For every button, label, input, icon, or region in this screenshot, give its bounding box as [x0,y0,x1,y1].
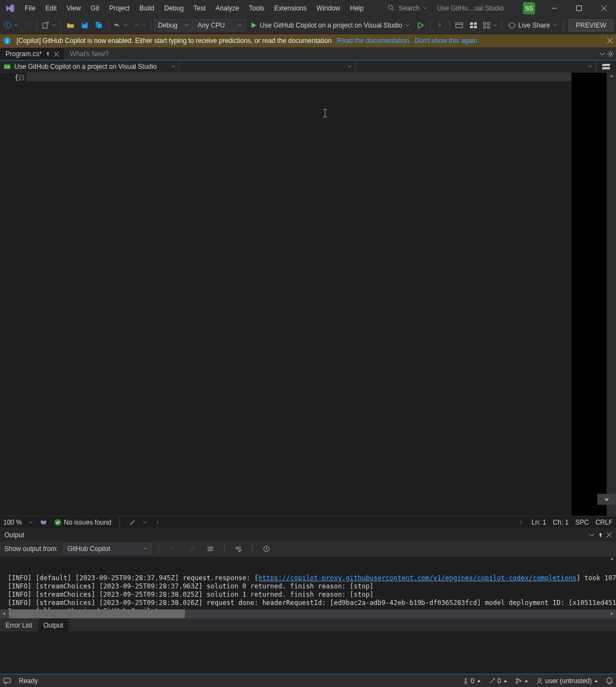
scroll-right-button[interactable] [516,518,525,527]
search-box[interactable]: Search [388,4,427,12]
output-link[interactable]: https://copilot-proxy.githubusercontent.… [258,574,576,582]
type-scope-combo[interactable] [179,61,356,72]
line-ending[interactable]: CRLF [596,519,613,526]
browse-button[interactable] [453,19,466,32]
pin-panel-icon[interactable] [598,532,603,538]
menu-debug[interactable]: Debug [159,0,188,17]
menu-tools[interactable]: Tools [244,0,269,17]
toolbox-button[interactable] [467,19,480,32]
member-scope-combo[interactable] [356,61,596,72]
svg-rect-30 [602,67,610,69]
close-tab-icon[interactable] [54,52,59,57]
project-scope-combo[interactable]: C# Use GitHub Copilot on a project on Vi… [0,61,179,72]
cleanup-dropdown-icon[interactable] [143,520,147,525]
read-docs-link[interactable]: Read the documentation [337,37,409,45]
git-changes-indicator[interactable]: 0 [489,677,508,685]
bottom-tab-output[interactable]: Output [38,619,69,631]
tab-whats-new[interactable]: What's New? [64,47,114,60]
hot-reload-button[interactable] [433,19,446,32]
close-panel-icon[interactable] [607,532,612,537]
config-combo[interactable]: Debug [154,19,193,31]
svg-rect-9 [83,22,86,24]
svg-text:i: i [7,38,8,44]
timestamp-button[interactable] [260,542,273,555]
nav-back-button[interactable] [2,19,20,32]
maximize-button[interactable] [566,0,591,17]
hscroll-left-button[interactable] [0,609,9,618]
pin-icon[interactable] [45,51,51,57]
bottom-tab-error-list[interactable]: Error List [0,619,38,631]
title-bar: FileEditViewGitProjectBuildDebugTestAnal… [0,0,616,17]
hscroll-thumb[interactable] [9,609,185,618]
tab-overflow-icon[interactable] [599,51,605,57]
notification-text: [Copilot] GitHub Copilot is now enabled.… [17,37,331,45]
no-issues-indicator[interactable]: No issues found [54,519,111,526]
status-bar: Ready 0 0 user (untrusted) [0,674,616,687]
menu-project[interactable]: Project [104,0,134,17]
minimize-button[interactable] [542,0,566,17]
tab-program-cs[interactable]: Program.cs* [0,47,64,60]
cursor-col: Ch: 1 [553,519,569,526]
nav-forward-button[interactable] [21,19,34,32]
zoom-dropdown-icon[interactable] [29,520,33,525]
info-icon: i [3,37,11,45]
svg-rect-17 [483,26,486,28]
code-editor[interactable] [26,73,571,516]
scroll-left-button[interactable] [154,518,162,527]
output-hscroll[interactable] [0,609,616,618]
close-notification-button[interactable] [607,38,613,43]
menu-extensions[interactable]: Extensions [269,0,312,17]
layout-button[interactable] [481,19,499,32]
start-without-debug-button[interactable] [414,19,427,32]
save-button[interactable] [78,19,91,32]
redo-button[interactable] [130,19,148,32]
copilot-status-icon[interactable] [40,519,47,526]
start-debug-button[interactable]: Use GitHub Copilot on a project on Visua… [247,19,413,32]
svg-rect-3 [576,6,581,11]
split-editor-button[interactable] [596,64,616,69]
open-file-button[interactable] [64,19,77,32]
user-account-status[interactable]: user (untrusted) [536,677,598,685]
menu-help[interactable]: Help [345,0,369,17]
goto-prev-button[interactable] [166,542,179,555]
menu-build[interactable]: Build [135,0,160,17]
output-source-combo[interactable]: GitHub Copilot [63,543,151,554]
brush-icon[interactable] [128,519,136,526]
menu-window[interactable]: Window [312,0,345,17]
platform-combo[interactable]: Any CPU [194,19,246,31]
scroll-up-icon[interactable] [609,557,615,562]
new-item-button[interactable] [40,19,58,32]
zoom-level[interactable]: 100 % [3,519,22,526]
menu-file[interactable]: File [20,0,40,17]
feedback-icon[interactable] [3,677,11,685]
notifications-button[interactable] [606,677,613,685]
output-title: Output [4,531,24,539]
git-push-indicator[interactable]: 0 [463,677,481,685]
live-share-button[interactable]: Live Share [505,19,560,32]
undo-button[interactable] [112,19,129,32]
hscroll-right-button[interactable] [607,609,616,618]
user-badge[interactable]: SS [523,2,535,14]
menu-analyze[interactable]: Analyze [211,0,244,17]
clear-output-button[interactable] [204,542,217,555]
panel-menu-icon[interactable] [589,532,595,538]
git-repo-indicator[interactable] [515,678,528,684]
indent-mode[interactable]: SPC [575,519,589,526]
dismiss-link[interactable]: Don't show this again [415,37,477,45]
vertical-scrollbar[interactable] [607,73,616,516]
svg-text:C#: C# [5,64,10,68]
output-text[interactable]: [INFO] [default] [2023-09-25T09:28:37.94… [0,557,616,609]
menu-edit[interactable]: Edit [40,0,62,17]
goto-next-button[interactable] [185,542,198,555]
gear-icon[interactable] [607,51,614,57]
save-all-button[interactable] [92,19,106,32]
scroll-down-button[interactable] [597,494,616,505]
word-wrap-button[interactable] [232,542,245,555]
menu-test[interactable]: Test [189,0,211,17]
preview-button[interactable]: PREVIEW [569,19,613,31]
minimap[interactable] [571,73,607,516]
svg-rect-19 [487,26,489,28]
close-button[interactable] [591,0,616,17]
menu-git[interactable]: Git [86,0,104,17]
menu-view[interactable]: View [62,0,86,17]
